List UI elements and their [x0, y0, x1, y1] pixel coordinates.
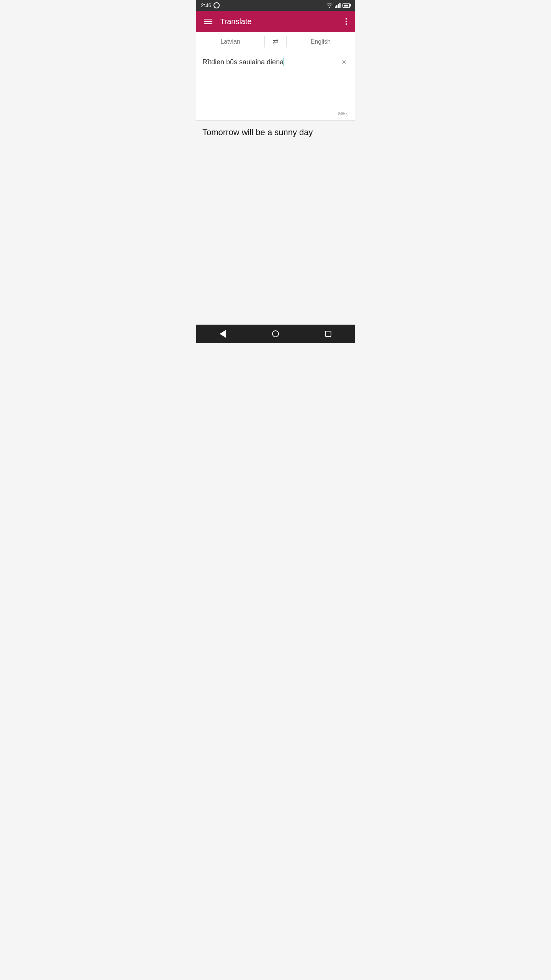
language-bar: Latvian ⇄ English: [196, 32, 355, 51]
status-left: 2:46: [201, 2, 220, 8]
status-bar: 2:46: [196, 0, 355, 11]
battery-icon: [342, 3, 350, 8]
output-area: Tomorrow will be a sunny day: [196, 121, 355, 325]
clear-input-button[interactable]: [338, 56, 350, 68]
back-icon: [220, 330, 226, 338]
source-text: Rītdien būs saulaina diena: [202, 58, 284, 66]
status-time: 2:46: [201, 2, 211, 8]
recents-button[interactable]: [317, 325, 340, 343]
home-icon: [272, 330, 279, 337]
wifi-icon: [326, 3, 333, 8]
font-style-icon: aa ā: [338, 109, 350, 117]
signal-icon: [335, 3, 341, 8]
font-style-button[interactable]: aa ā: [338, 109, 350, 117]
status-icon: [214, 2, 220, 8]
back-button[interactable]: [211, 325, 234, 343]
input-area: Rītdien būs saulaina diena aa ā: [196, 51, 355, 121]
svg-text:ā: ā: [346, 113, 348, 117]
nav-bar: [196, 325, 355, 343]
swap-languages-button[interactable]: ⇄: [265, 32, 286, 51]
source-language-button[interactable]: Latvian: [196, 32, 264, 51]
swap-arrows-icon: ⇄: [273, 38, 279, 46]
app-bar: Translate: [196, 11, 355, 32]
text-cursor: [284, 58, 284, 66]
source-text-input[interactable]: Rītdien būs saulaina diena: [196, 51, 355, 120]
home-button[interactable]: [264, 325, 287, 343]
clear-icon: [340, 58, 348, 66]
menu-icon[interactable]: [202, 17, 214, 26]
more-options-icon[interactable]: [344, 16, 349, 26]
recents-icon: [325, 331, 331, 337]
status-right: [326, 3, 350, 8]
translated-text: Tomorrow will be a sunny day: [202, 127, 313, 137]
app-title: Translate: [220, 17, 344, 26]
target-language-button[interactable]: English: [287, 32, 355, 51]
